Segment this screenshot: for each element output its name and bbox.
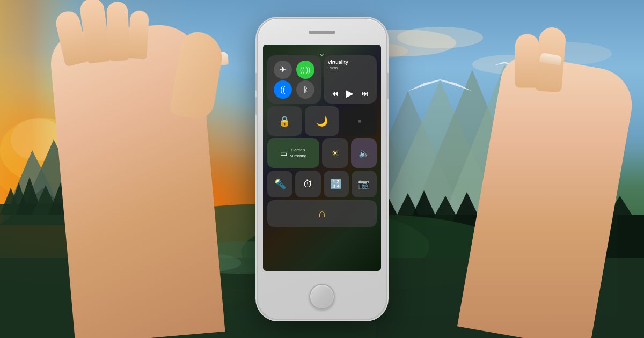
calculator-button[interactable]: 🔢 [324, 171, 349, 197]
music-play-button[interactable]: ▶ [346, 87, 354, 99]
timer-button[interactable]: ⏱ [295, 171, 320, 197]
cc-top-row: ✈ ((·)) (( ᛒ Virtuality [267, 55, 377, 104]
cc-music-title: Virtuality [328, 60, 373, 65]
iphone-frame: ⌄ ✈ ((·)) (( ᛒ [258, 19, 386, 319]
mirroring-label-line2: Mirroring [290, 153, 307, 158]
volume-control[interactable]: 🔈 [351, 138, 377, 168]
lock-rotation-icon: 🔒 [279, 115, 290, 127]
finger-ring [106, 1, 130, 61]
cc-toggles-row: 🔒 🌙 ■ [267, 106, 377, 136]
do-not-disturb-toggle[interactable]: 🌙 [305, 106, 340, 136]
airplane-mode-button[interactable]: ✈ [274, 61, 292, 79]
iphone-volume-down-button [255, 97, 258, 115]
cc-music-controls: ⏮ ▶ ⏭ [328, 87, 373, 99]
camera-button[interactable]: 📷 [352, 171, 377, 197]
finger-pinky [128, 10, 149, 60]
cc-music-info: Virtuality Rush [328, 60, 373, 70]
music-prev-button[interactable]: ⏮ [331, 89, 339, 98]
wifi-icon: (( [280, 85, 285, 94]
cc-mirroring-row: ▭ Screen Mirroring ☀ 🔈 [267, 138, 377, 168]
moon-icon: 🌙 [316, 115, 328, 127]
flashlight-icon: 🔦 [274, 178, 286, 190]
dark-icon: ■ [358, 118, 361, 124]
iphone-power-button [386, 72, 389, 99]
timer-icon: ⏱ [303, 179, 313, 190]
dark-toggle[interactable]: ■ [342, 106, 377, 136]
lock-rotation-toggle[interactable]: 🔒 [267, 106, 302, 136]
brightness-icon: ☀ [331, 148, 339, 158]
iphone-speaker [309, 31, 335, 34]
screen-mirroring-label: Screen Mirroring [290, 148, 307, 159]
control-center: ✈ ((·)) (( ᛒ Virtuality [267, 55, 377, 267]
mirroring-label-line1: Screen [291, 148, 305, 152]
cellular-icon: ((·)) [300, 66, 310, 74]
svg-point-6 [397, 27, 483, 48]
cc-home-row: ⌂ [267, 200, 377, 227]
bluetooth-icon: ᛒ [303, 85, 308, 94]
cc-music-subtitle: Rush [328, 65, 373, 70]
volume-icon: 🔈 [358, 148, 369, 158]
right-finger-middle [515, 34, 539, 87]
brightness-control[interactable]: ☀ [322, 138, 348, 168]
iphone-home-button[interactable] [309, 284, 335, 310]
camera-icon: 📷 [358, 178, 370, 190]
cc-music-block: Virtuality Rush ⏮ ▶ ⏭ [324, 55, 377, 104]
calculator-icon: 🔢 [330, 178, 342, 190]
cc-utilities-row: 🔦 ⏱ 🔢 📷 [267, 171, 377, 197]
screen-chevron-icon: ⌄ [319, 49, 325, 57]
screen-mirroring-button[interactable]: ▭ Screen Mirroring [267, 138, 319, 168]
iphone-volume-up-button [255, 72, 258, 91]
cellular-button[interactable]: ((·)) [296, 61, 314, 79]
home-kit-icon: ⌂ [318, 207, 325, 221]
iphone-screen: ⌄ ✈ ((·)) (( ᛒ [263, 45, 381, 271]
music-next-button[interactable]: ⏭ [361, 89, 369, 98]
home-kit-button[interactable]: ⌂ [267, 200, 377, 227]
cc-connectivity-block: ✈ ((·)) (( ᛒ [267, 55, 321, 104]
bluetooth-button[interactable]: ᛒ [296, 80, 314, 99]
wifi-button[interactable]: (( [274, 80, 292, 99]
airplane-icon: ✈ [279, 64, 286, 75]
screen-mirroring-icon: ▭ [280, 149, 287, 158]
flashlight-button[interactable]: 🔦 [267, 171, 292, 197]
hand-left [48, 21, 225, 338]
